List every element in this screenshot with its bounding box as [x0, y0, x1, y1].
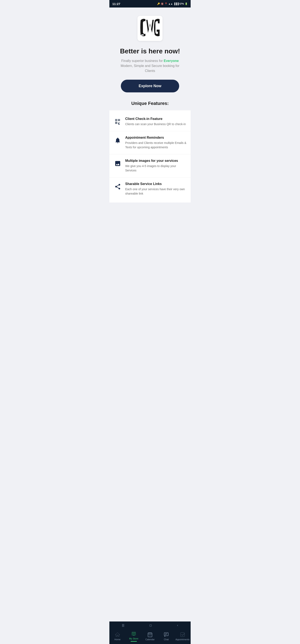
feature-share-desc: Each one of your services have their ver…	[125, 187, 186, 196]
svg-rect-0	[141, 34, 144, 36]
feature-reminders: Appointment Reminders Providers and Clie…	[109, 131, 191, 154]
feature-reminders-title: Appointment Reminders	[125, 136, 186, 140]
android-recent-btn[interactable]: |||	[122, 624, 124, 627]
main-content: Better is here now! Finally superior bus…	[109, 8, 191, 627]
wifi-icon: ▲▲	[168, 2, 173, 5]
store-icon	[131, 631, 136, 636]
share-icon	[114, 182, 122, 191]
feature-share-text: Sharable Service Links Each one of your …	[125, 182, 186, 196]
location-icon: 📍	[165, 2, 168, 5]
feature-images-desc: We give you 4-5 images to display your S…	[125, 164, 186, 173]
nav-mystore[interactable]: My Store	[126, 631, 142, 642]
image-icon	[114, 159, 122, 168]
feature-images-title: Multiple images for your services	[125, 159, 186, 163]
battery-level: 57%	[179, 2, 184, 5]
qr-code-icon	[114, 118, 122, 126]
nav-chat[interactable]: Chat	[158, 632, 174, 641]
nav-appointments-label: Appointments	[175, 638, 189, 641]
feature-images: Multiple images for your services We giv…	[109, 154, 191, 178]
mute-icon: 🔇	[161, 2, 164, 5]
svg-rect-1	[153, 33, 154, 34]
app-logo	[140, 18, 160, 38]
nav-appointments[interactable]: Appointments	[174, 632, 191, 641]
nav-home[interactable]: Home	[109, 632, 126, 641]
nav-active-indicator	[131, 641, 137, 642]
hero-title: Better is here now!	[116, 47, 184, 55]
android-back-btn[interactable]: ‹	[177, 624, 178, 627]
nav-calendar[interactable]: Calendar	[142, 632, 158, 641]
feature-checkin-title: Client Check-in Feature	[125, 117, 186, 121]
svg-rect-3	[164, 632, 168, 636]
feature-checkin: Client Check-in Feature Clients can scan…	[109, 112, 191, 131]
android-nav-bar: ||| ◻ ‹	[109, 622, 191, 629]
bell-icon	[114, 136, 122, 144]
features-title: Unique Features:	[109, 101, 191, 106]
calendar-icon	[147, 632, 153, 637]
status-bar: 11:27 🔑 🔇 📍 ▲▲ ▐▐▐ 57% 🔋	[109, 0, 191, 8]
status-icons: 🔑 🔇 📍 ▲▲ ▐▐▐ 57% 🔋	[157, 2, 188, 5]
feature-reminders-desc: Providers and Clients receive multiple E…	[125, 141, 186, 150]
signal-icon: ▐▐▐	[174, 2, 179, 5]
feature-checkin-desc: Clients can scan your Business QR to che…	[125, 122, 186, 126]
nav-home-label: Home	[114, 638, 120, 641]
feature-reminders-text: Appointment Reminders Providers and Clie…	[125, 136, 186, 150]
hero-section: Better is here now! Finally superior bus…	[109, 47, 191, 74]
hero-subtitle-plain: Finally superior business for	[121, 59, 164, 62]
explore-now-button[interactable]: Explore Now	[121, 80, 179, 92]
key-icon: 🔑	[157, 2, 160, 5]
bottom-navigation: Home My Store Calendar	[109, 629, 191, 644]
android-home-btn[interactable]: ◻	[149, 624, 152, 627]
feature-checkin-text: Client Check-in Feature Clients can scan…	[125, 117, 186, 126]
logo-container	[109, 16, 191, 41]
home-icon	[115, 632, 120, 637]
features-card: Client Check-in Feature Clients can scan…	[109, 110, 191, 202]
appointments-icon	[180, 632, 185, 637]
logo-box	[137, 16, 163, 41]
chat-icon	[164, 632, 169, 637]
nav-mystore-label: My Store	[129, 637, 138, 640]
nav-chat-label: Chat	[164, 638, 169, 641]
hero-subtitle: Finally superior business for Everyone M…	[116, 58, 184, 74]
battery-icon: 🔋	[185, 2, 188, 5]
feature-share: Sharable Service Links Each one of your …	[109, 178, 191, 200]
feature-share-title: Sharable Service Links	[125, 182, 186, 186]
hero-subtitle-line2: Modern, Simple and Secure booking for Cl…	[121, 64, 179, 72]
hero-highlight: Everyone	[164, 59, 179, 62]
feature-images-text: Multiple images for your services We giv…	[125, 159, 186, 173]
status-time: 11:27	[112, 2, 120, 6]
nav-calendar-label: Calendar	[145, 638, 155, 641]
